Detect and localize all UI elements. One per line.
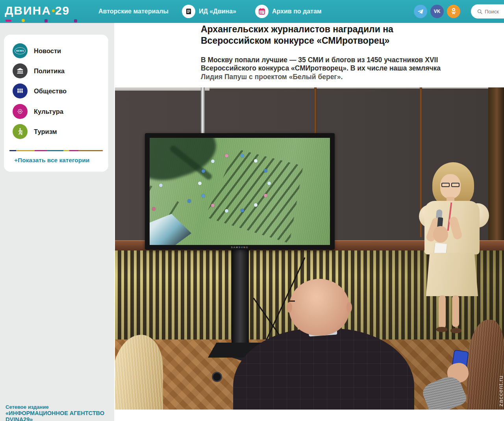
presenter-shoe-left [436, 327, 447, 332]
audience-man-head [289, 279, 350, 336]
aerial-person-dot [202, 194, 205, 198]
left-column: NEWS Новости Политика Общество Культура [0, 23, 114, 421]
aerial-person-dot [241, 154, 244, 158]
nav-archive-link[interactable]: Архив по датам [255, 0, 322, 23]
category-sidebar: NEWS Новости Политика Общество Культура [4, 35, 108, 172]
aerial-person-dot [241, 209, 244, 212]
presenter-leg-right [452, 295, 459, 327]
logo-accent-yellow [22, 19, 25, 22]
playground-structure [150, 214, 191, 245]
government-building-icon [13, 63, 28, 78]
search-input[interactable] [485, 9, 504, 15]
sidebar-item-news[interactable]: NEWS Новости [13, 43, 103, 58]
aerial-person-dot [202, 169, 205, 173]
aerial-person-dot [211, 159, 215, 163]
hiker-icon [13, 124, 28, 139]
nav-archive-label: Архив по датам [272, 8, 322, 15]
vk-glyph: VK [434, 9, 441, 14]
aerial-person-dot [198, 182, 202, 185]
lead-person-text: Лидия Папуш с проектом «Белый берег». [201, 73, 343, 81]
aerial-person-dot [211, 204, 215, 207]
audience-man-ear-right [346, 302, 352, 313]
sidebar-label-culture: Культура [34, 108, 63, 115]
site-logo[interactable]: ДВИНА29 [5, 4, 91, 21]
odnoklassniki-icon[interactable] [447, 5, 460, 18]
nav-publisher-label: ИД «Двина» [199, 8, 236, 15]
aerial-person-dot [152, 207, 156, 211]
logo-accent-magenta [6, 20, 11, 22]
search-icon [477, 9, 482, 14]
sidebar-item-culture[interactable]: Культура [13, 104, 103, 119]
footer-line3: DVINA29» [6, 416, 109, 421]
footer-line1: Сетевое издание [6, 404, 109, 410]
presenter-skirt [426, 253, 478, 296]
article-title: Архангельских журналистов наградили на В… [201, 24, 427, 46]
logo-wordmark: ДВИНА [5, 4, 51, 17]
calendar-icon [255, 5, 269, 18]
sidebar-label-tourism: Туризм [34, 128, 57, 135]
logo-number: 29 [55, 4, 70, 17]
logo-accent-yellow-2 [52, 9, 55, 12]
article-photo: SAMSUNG zaccent.ru [115, 87, 504, 410]
presenter-glasses [441, 183, 450, 187]
presenter-leg-left [439, 295, 446, 328]
sidebar-item-society[interactable]: Общество [13, 83, 103, 98]
aerial-person-dot [187, 199, 191, 203]
sidebar-label-society: Общество [34, 87, 67, 95]
audience-man-glasses-arm [289, 300, 295, 302]
fireworks-flower-icon [13, 104, 28, 119]
vk-icon[interactable]: VK [430, 5, 444, 18]
aerial-person-dot [225, 209, 228, 213]
sidebar-label-news: Новости [34, 47, 61, 55]
tree-shadow [150, 138, 222, 189]
presenter-glasses-right [451, 183, 460, 187]
person-shadow [150, 185, 152, 210]
crowd-shadows [205, 149, 303, 243]
aerial-person-dot [254, 159, 258, 163]
show-all-categories-link[interactable]: +Показать все категории [14, 157, 89, 164]
telegram-icon[interactable] [414, 5, 427, 18]
photo-watermark: zaccent.ru [497, 375, 504, 406]
news-icon: NEWS [13, 43, 28, 58]
aerial-person-dot [264, 169, 267, 172]
site-footer: Сетевое издание «ИНФОРМАЦИОННОЕ АГЕНТСТВ… [6, 404, 109, 421]
aerial-person-dot [267, 182, 271, 185]
logo-accent-purple [44, 19, 48, 22]
wood-panel-right [488, 87, 504, 241]
nav-authors-label: Авторские материалы [98, 8, 169, 15]
sidebar-item-politics[interactable]: Политика [13, 63, 103, 78]
top-navbar: ДВИНА29 Авторские материалы ИД «Двина» А… [0, 0, 504, 23]
news-icon-text: NEWS [15, 47, 26, 54]
audience-blonde-hair [115, 335, 163, 410]
nav-authors-link[interactable]: Авторские материалы [98, 0, 169, 23]
aerial-person-dot [159, 184, 163, 187]
presenter-shoe-right [450, 328, 461, 333]
aerial-person-dot [254, 203, 258, 207]
aerial-person-dot [225, 154, 228, 158]
wall-top-edge-left [115, 87, 209, 91]
presenter-hands [433, 226, 448, 243]
sidebar-item-tourism[interactable]: Туризм [13, 124, 103, 139]
people-icon [13, 83, 28, 98]
book-icon [182, 5, 195, 18]
search-box[interactable] [471, 4, 504, 19]
article-lead: В Москву попали лучшие — 35 СМИ и блогов… [201, 56, 450, 81]
logo-accent-purple-2 [74, 19, 77, 22]
tv-screen [150, 138, 330, 245]
aerial-person-dot [264, 194, 267, 197]
sidebar-label-politics: Политика [34, 67, 65, 75]
lead-main-text: В Москву попали лучшие — 35 СМИ и блогов… [201, 56, 441, 72]
footer-line2: «ИНФОРМАЦИОННОЕ АГЕНТСТВО [6, 410, 109, 416]
nav-publisher-link[interactable]: ИД «Двина» [182, 0, 236, 23]
category-divider [9, 150, 103, 151]
audience-man-ear-left [287, 302, 292, 313]
